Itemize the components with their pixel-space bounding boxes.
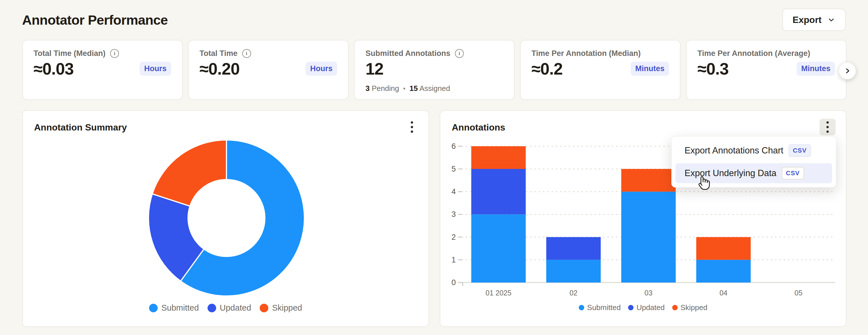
x-tick-label: 03 [644,289,652,297]
legend-label: Updated [220,303,251,313]
kebab-dot [411,121,413,124]
legend-item-skipped[interactable]: Skipped [672,303,708,312]
x-tick-label: 05 [794,289,802,297]
legend-dot [628,305,633,310]
legend-item-updated[interactable]: Updated [208,303,251,313]
y-tick-label: 3 [452,210,456,218]
stat-card-label: Total Time [199,49,238,58]
csv-badge: CSV [782,167,804,180]
menu-item-label: Export Annotations Chart [685,145,783,156]
stat-card-label: Total Time (Median) [34,49,105,58]
topbar: Annotator Performance Export [22,7,846,33]
annotations-panel: Annotations 012345601 202502030405 Submi… [440,110,846,327]
unit-badge: Hours [306,62,337,76]
kebab-dot [411,126,413,128]
x-tick-label: 02 [569,289,578,297]
stat-card-value: ≈0.3 [698,59,728,78]
carousel-next-button[interactable] [839,62,856,80]
info-icon[interactable]: i [455,49,464,58]
stat-card-submitted-annotations: Submitted Annotationsi123 Pending•15 Ass… [354,40,515,100]
bar-submitted-03[interactable] [621,191,676,282]
legend-label: Submitted [587,303,621,312]
y-tick-label: 6 [452,142,456,151]
export-button[interactable]: Export [782,9,846,31]
legend-label: Submitted [161,303,199,313]
stat-card-value: 12 [366,59,383,78]
donut-legend: SubmittedUpdatedSkipped [23,303,429,313]
export-button-label: Export [793,14,822,25]
stat-card-value: ≈0.03 [34,59,74,78]
menu-item-export-annotations-chart[interactable]: Export Annotations ChartCSV [675,141,832,161]
y-tick-label: 0 [452,278,456,287]
bar-updated-02[interactable] [546,237,601,260]
bar-legend: SubmittedUpdatedSkipped [440,303,846,312]
legend-dot [149,304,158,312]
panel-title-summary: Annotation Summary [34,122,127,133]
legend-item-skipped[interactable]: Skipped [260,303,302,313]
dot-separator: • [403,85,405,93]
cursor-pointer-icon [696,175,711,192]
y-tick-label: 5 [452,164,456,173]
stat-card-value-row: 12 [366,59,503,78]
unit-badge: Minutes [797,62,835,76]
bar-skipped-01-2025[interactable] [471,146,526,169]
footer-stat-assigned: 15 Assigned [410,84,450,93]
stat-card-label-row: Time Per Annotation (Average) [698,49,835,58]
x-tick-label: 04 [719,289,727,297]
bar-submitted-04[interactable] [696,260,751,282]
y-tick-label: 1 [452,255,456,264]
legend-label: Updated [637,303,664,312]
legend-dot [672,305,678,310]
annotation-summary-panel: Annotation Summary SubmittedUpdatedSkipp… [22,110,429,327]
x-tick-label: 01 2025 [486,289,512,297]
bar-submitted-02[interactable] [546,260,601,282]
kebab-dot [411,130,413,133]
stat-card-label-row: Submitted Annotationsi [366,49,503,58]
stat-card-label: Submitted Annotations [366,49,450,58]
legend-label: Skipped [272,303,302,313]
csv-badge: CSV [788,144,811,157]
stat-card-value-row: ≈0.2Minutes [531,59,669,78]
stat-card-label-row: Time Per Annotation (Median) [531,49,669,58]
stat-card-value: ≈0.2 [531,59,562,78]
stat-card-value-row: ≈0.20Hours [199,59,337,78]
chevron-right-icon [843,67,851,75]
kebab-menu-button[interactable] [404,119,420,135]
bar-updated-01-2025[interactable] [471,169,526,214]
stat-card-label-row: Total Timei [199,49,337,58]
legend-dot [260,304,268,312]
stat-card-label-row: Total Time (Median)i [34,49,171,58]
stat-card-time-per-annotation-median: Time Per Annotation (Median)≈0.2Minutes [520,40,681,100]
unit-badge: Minutes [631,62,669,76]
legend-item-submitted[interactable]: Submitted [579,303,621,312]
stat-card-total-time: Total Timei≈0.20Hours [188,40,348,100]
legend-item-submitted[interactable]: Submitted [149,303,199,313]
stat-card-footer: 3 Pending•15 Assigned [366,84,450,93]
info-icon[interactable]: i [110,49,119,58]
footer-stat-pending: 3 Pending [366,84,399,93]
legend-label: Skipped [681,303,708,312]
stats-row: Total Time (Median)i≈0.03HoursTotal Time… [22,40,846,100]
stat-card-time-per-annotation-average: Time Per Annotation (Average)≈0.3Minutes [686,40,846,100]
bar-skipped-03[interactable] [621,169,676,191]
legend-dot [208,304,216,312]
y-tick-label: 2 [452,233,456,242]
y-tick-label: 4 [452,187,456,196]
legend-dot [579,305,584,310]
donut-chart[interactable] [146,138,307,298]
unit-badge: Hours [140,62,171,76]
stat-card-label: Time Per Annotation (Median) [531,49,641,58]
stat-card-value: ≈0.20 [199,59,240,78]
stat-card-label: Time Per Annotation (Average) [698,49,810,58]
page-title: Annotator Performance [22,12,168,28]
chevron-down-icon [827,16,835,24]
stat-card-value-row: ≈0.3Minutes [698,59,835,78]
bar-submitted-01-2025[interactable] [471,214,526,282]
stat-card-total-time-median: Total Time (Median)i≈0.03Hours [22,40,183,100]
stat-card-value-row: ≈0.03Hours [34,59,171,78]
info-icon[interactable]: i [242,49,251,58]
legend-item-updated[interactable]: Updated [628,303,664,312]
bar-skipped-04[interactable] [696,237,751,260]
